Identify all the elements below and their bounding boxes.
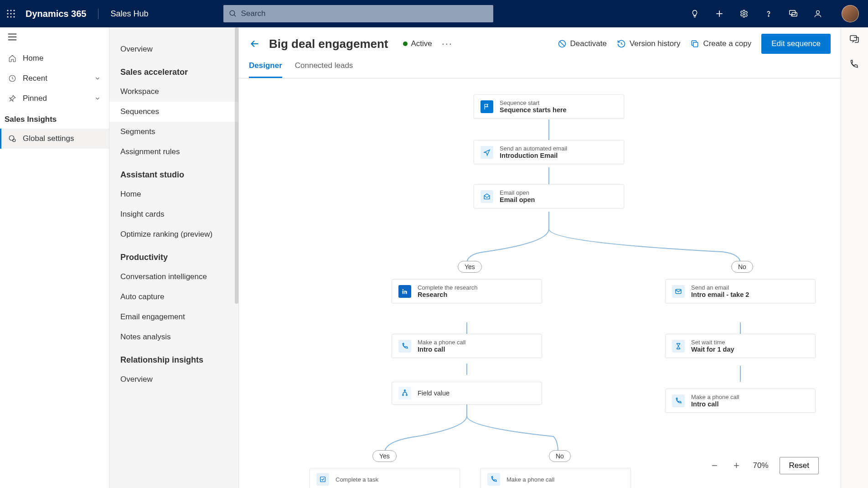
svg-point-37 xyxy=(403,395,404,396)
mail-icon xyxy=(672,285,685,298)
version-history-button[interactable]: Version history xyxy=(617,39,681,48)
node-wait[interactable]: Set wait timeWait for 1 day xyxy=(665,334,816,358)
chevron-down-icon xyxy=(94,95,101,102)
zoom-reset-button[interactable]: Reset xyxy=(780,457,819,474)
deactivate-label: Deactivate xyxy=(570,39,607,48)
sec-nav-auto-capture[interactable]: Auto capture xyxy=(109,287,238,307)
hamburger-icon[interactable] xyxy=(0,27,109,48)
node-sequence-start[interactable]: Sequence startSequence starts here xyxy=(474,94,624,119)
hourglass-icon xyxy=(672,340,685,353)
edit-sequence-button[interactable]: Edit sequence xyxy=(761,34,831,54)
svg-rect-40 xyxy=(320,477,326,482)
globe-gear-icon xyxy=(8,135,16,143)
node-intro-email[interactable]: Send an automated emailIntroduction Emai… xyxy=(474,140,624,164)
zoom-out-button[interactable]: − xyxy=(709,460,720,472)
sec-nav-rel-overview[interactable]: Overview xyxy=(109,369,238,389)
sec-nav-workspace[interactable]: Workspace xyxy=(109,82,238,102)
sec-nav-optimize-ranking[interactable]: Optimize ranking (preview) xyxy=(109,224,238,244)
phone-icon[interactable] xyxy=(849,59,861,71)
svg-point-8 xyxy=(13,16,15,17)
more-actions-button[interactable]: ··· xyxy=(440,38,454,50)
flag-icon xyxy=(480,100,493,113)
sec-nav-assignment-rules[interactable]: Assignment rules xyxy=(109,142,238,162)
status-text: Active xyxy=(411,39,432,48)
node-label: Set wait time xyxy=(691,339,734,346)
plus-icon[interactable] xyxy=(714,8,725,19)
nav-label: Pinned xyxy=(23,94,47,103)
search-icon xyxy=(229,10,237,18)
sec-nav-sequences[interactable]: Sequences xyxy=(109,102,238,122)
sec-nav-assist-home[interactable]: Home xyxy=(109,184,238,204)
back-button[interactable] xyxy=(249,38,261,50)
sec-nav-overview[interactable]: Overview xyxy=(109,39,238,59)
lightbulb-icon[interactable] xyxy=(689,8,700,19)
node-intro-call-left[interactable]: Make a phone callIntro call xyxy=(392,334,542,358)
node-email-open[interactable]: Email openEmail open xyxy=(474,184,624,208)
chat-icon[interactable] xyxy=(788,8,799,19)
sec-nav-segments[interactable]: Segments xyxy=(109,122,238,142)
person-icon[interactable] xyxy=(812,8,823,19)
create-copy-button[interactable]: Create a copy xyxy=(690,39,751,48)
node-title: Intro email - take 2 xyxy=(691,291,749,298)
teams-chat-icon[interactable] xyxy=(849,34,861,46)
group-head-sales-accelerator: Sales accelerator xyxy=(109,59,238,82)
nav-label: Home xyxy=(23,54,43,63)
status-dot-icon xyxy=(403,42,408,46)
svg-point-22 xyxy=(9,135,14,140)
svg-point-9 xyxy=(230,10,235,16)
svg-point-6 xyxy=(7,16,8,17)
tab-designer[interactable]: Designer xyxy=(249,61,282,78)
group-head-productivity: Productivity xyxy=(109,244,238,267)
help-icon[interactable] xyxy=(763,8,774,19)
svg-point-17 xyxy=(816,10,820,14)
node-field-value[interactable]: Field value xyxy=(392,382,542,405)
phone-icon xyxy=(398,340,411,353)
sec-nav-insight-cards[interactable]: Insight cards xyxy=(109,204,238,224)
zoom-controls: − + 70% Reset xyxy=(701,453,827,478)
version-history-label: Version history xyxy=(630,39,681,48)
node-intro-call-right[interactable]: Make a phone callIntro call xyxy=(665,389,816,413)
status-badge: Active xyxy=(403,39,432,48)
search-placeholder: Search xyxy=(241,9,265,18)
sec-nav-conv-intel[interactable]: Conversation intelligence xyxy=(109,267,238,287)
sec-nav-notes-analysis[interactable]: Notes analysis xyxy=(109,327,238,347)
node-complete-task[interactable]: Complete a task xyxy=(310,468,460,488)
section-sales-insights: Sales Insights xyxy=(0,109,109,129)
nav-home[interactable]: Home xyxy=(0,48,109,68)
node-label: Make a phone call xyxy=(418,339,466,346)
svg-point-4 xyxy=(10,13,11,14)
hub-label[interactable]: Sales Hub xyxy=(98,9,148,19)
sec-nav-email-engagement[interactable]: Email engagement xyxy=(109,307,238,327)
gear-icon[interactable] xyxy=(739,8,749,19)
svg-point-23 xyxy=(13,139,16,142)
group-head-assistant-studio: Assistant studio xyxy=(109,162,238,184)
svg-point-36 xyxy=(403,289,403,290)
linkedin-icon xyxy=(398,285,411,298)
app-launcher-icon[interactable] xyxy=(5,8,16,19)
nav-global-settings[interactable]: Global settings xyxy=(0,129,109,149)
deactivate-button[interactable]: Deactivate xyxy=(558,39,607,48)
svg-point-38 xyxy=(406,395,408,396)
avatar[interactable] xyxy=(842,5,859,22)
phone-icon xyxy=(487,473,500,486)
branch-chip-yes-2: Yes xyxy=(372,450,397,462)
nav-recent[interactable]: Recent xyxy=(0,68,109,88)
zoom-value: 70% xyxy=(753,461,769,470)
tab-connected-leads[interactable]: Connected leads xyxy=(295,61,353,78)
search-input[interactable]: Search xyxy=(223,5,493,22)
svg-rect-42 xyxy=(850,36,857,41)
node-research[interactable]: Complete the researchResearch xyxy=(392,279,542,303)
zoom-in-button[interactable]: + xyxy=(731,460,742,472)
node-make-call-2[interactable]: Make a phone call xyxy=(480,468,631,488)
svg-point-1 xyxy=(10,10,11,11)
node-intro-email-2[interactable]: Send an emailIntro email - take 2 xyxy=(665,279,816,303)
nav-pinned[interactable]: Pinned xyxy=(0,88,109,109)
sequence-canvas[interactable]: Sequence startSequence starts here Send … xyxy=(239,78,841,488)
task-icon xyxy=(316,473,329,486)
node-title: Intro call xyxy=(691,400,739,408)
svg-rect-26 xyxy=(693,42,698,47)
deactivate-icon xyxy=(558,39,567,48)
svg-point-0 xyxy=(7,10,8,11)
svg-point-13 xyxy=(743,13,745,15)
branch-chip-yes: Yes xyxy=(458,261,482,273)
